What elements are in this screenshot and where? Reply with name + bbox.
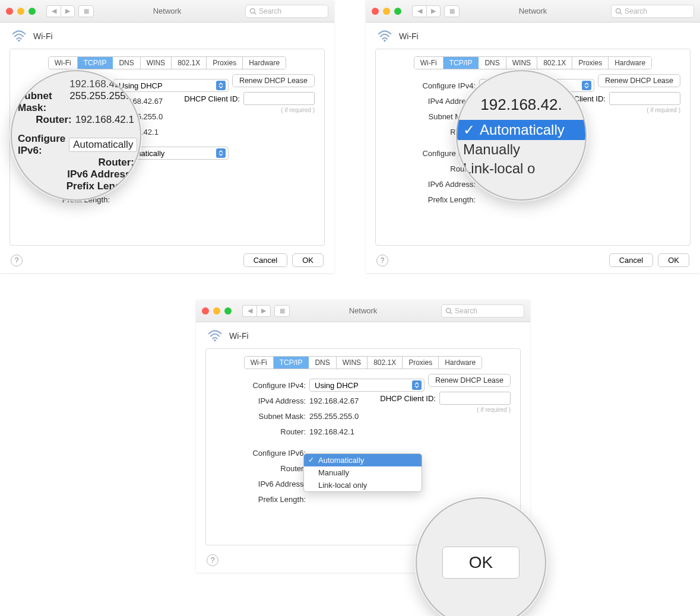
configure-ipv4-label: Configure IPv4: [214,381,309,390]
grid-button[interactable]: ▦ [444,5,460,17]
zoom-icon[interactable] [394,8,401,15]
forward-button[interactable]: ▶ [426,5,441,17]
configure-ipv4-label: Configure IPv4: [384,81,479,90]
tab-wifi[interactable]: Wi-Fi [245,357,274,369]
help-button[interactable]: ? [207,554,218,566]
tab-dns[interactable]: DNS [113,57,140,69]
svg-line-4 [620,12,622,14]
dhcp-client-id-label: DHCP Client ID: [184,94,240,103]
close-icon[interactable] [372,8,379,15]
svg-point-5 [384,40,385,42]
zoom-icon[interactable] [28,8,36,15]
ipv6-router-label: Router: [214,464,309,473]
mag2-ip: 192.168.42. [457,93,585,120]
check-icon: ✓ [308,456,314,464]
tab-wins[interactable]: WINS [141,57,172,69]
mag1-router-value: 192.168.42.1 [75,114,134,126]
mag2-opt-manually[interactable]: Manually [457,140,585,159]
renew-dhcp-button[interactable]: Renew DHCP Lease [598,74,680,87]
check-icon: ✓ [463,122,475,138]
tab-tcpip[interactable]: TCP/IP [274,357,309,369]
close-icon[interactable] [202,307,209,315]
ok-button[interactable]: OK [658,253,689,267]
dropdown-opt-automatically[interactable]: ✓Automatically [304,454,422,466]
tab-proxies[interactable]: Proxies [207,57,243,69]
ipv6-address-label: IPv6 Address: [214,480,309,488]
svg-point-2 [18,40,20,42]
tab-wifi[interactable]: Wi-Fi [414,57,444,69]
back-button[interactable]: ◀ [46,5,61,17]
tab-hardware[interactable]: Hardware [609,57,651,69]
close-icon[interactable] [6,8,13,15]
if-required-hint: ( if required ) [380,407,511,413]
mag1-router-label: Router: [36,114,71,126]
mag1-ipv6-select[interactable]: Automatically [69,138,137,152]
wifi-icon [11,30,27,43]
tab-bar: Wi-Fi TCP/IP DNS WINS 802.1X Proxies Har… [48,56,286,69]
tab-proxies[interactable]: Proxies [572,57,609,69]
tab-8021x[interactable]: 802.1X [537,57,572,69]
tab-dns[interactable]: DNS [309,357,336,369]
screenshot-2: ◀▶ ▦ Network Search Wi-Fi Wi-Fi TCP/IP D… [366,0,700,273]
screenshot-1: ◀ ▶ ▦ Network Search Wi-Fi Wi-Fi TCP/IP … [0,0,334,273]
minimize-icon[interactable] [383,8,390,15]
dhcp-client-id-input[interactable] [609,92,680,105]
back-button[interactable]: ◀ [412,5,426,17]
tab-wins[interactable]: WINS [506,57,537,69]
titlebar: ◀▶ ▦ Network Search [196,300,530,322]
page-title: Wi-Fi [399,31,419,41]
cancel-button[interactable]: Cancel [609,253,653,267]
dropdown-opt-linklocal[interactable]: Link-local only [304,479,422,491]
mag1-ipv6-router-label: Router: [99,157,134,168]
search-icon [445,307,452,315]
traffic-lights [6,8,36,15]
zoom-icon[interactable] [224,307,232,315]
ok-button[interactable]: OK [292,253,324,267]
forward-button[interactable]: ▶ [256,305,271,317]
grid-button[interactable]: ▦ [274,305,290,317]
dropdown-opt-manually[interactable]: Manually [304,466,422,479]
help-button[interactable]: ? [11,255,23,266]
tab-dns[interactable]: DNS [479,57,506,69]
search-field[interactable]: Search [441,304,524,317]
dhcp-client-id-label: DHCP Client ID: [380,394,436,403]
dhcp-client-id-input[interactable] [243,92,315,105]
tab-8021x[interactable]: 802.1X [172,57,207,69]
search-field[interactable]: Search [245,5,328,18]
subnet-mask-value: 255.255.255.0 [309,412,359,421]
cancel-button[interactable]: Cancel [243,253,287,267]
magnifier-1: 192.168.42.67 Subnet Mask:255.255.255.0 … [11,70,141,201]
back-button[interactable]: ◀ [242,305,256,317]
tab-proxies[interactable]: Proxies [403,357,439,369]
tab-wins[interactable]: WINS [337,357,368,369]
mag2-opt-automatically[interactable]: ✓Automatically [457,120,585,140]
magnifier-2: 192.168.42. ✓Automatically Manually Link… [456,70,587,201]
ipv6-address-label: IPv6 Address: [384,180,479,189]
renew-dhcp-button[interactable]: Renew DHCP Lease [428,374,511,387]
mag1-ipv6-addr-label: IPv6 Address: [67,169,134,180]
mag2-opt-linklocal[interactable]: Link-local o [457,159,585,178]
forward-button[interactable]: ▶ [61,5,75,17]
help-button[interactable]: ? [376,255,388,266]
prefix-length-label: Prefix Length: [214,495,309,504]
tab-tcpip[interactable]: TCP/IP [78,57,113,69]
tab-wifi[interactable]: Wi-Fi [49,57,78,69]
chevron-updown-icon [216,148,226,158]
wifi-icon [207,329,223,342]
tab-hardware[interactable]: Hardware [439,357,482,369]
svg-line-1 [254,12,256,14]
tab-8021x[interactable]: 802.1X [368,357,403,369]
page-title: Wi-Fi [229,331,249,341]
subnet-mask-label: Subnet Mask: [214,412,309,421]
ipv4-address-label: IPv4 Address: [214,396,309,405]
grid-button[interactable]: ▦ [78,5,94,17]
dhcp-client-id-input[interactable] [439,392,511,405]
renew-dhcp-button[interactable]: Renew DHCP Lease [232,74,315,87]
tab-tcpip[interactable]: TCP/IP [444,57,479,69]
minimize-icon[interactable] [213,307,220,315]
search-field[interactable]: Search [611,5,694,18]
mag3-ok-button[interactable]: OK [442,547,520,579]
minimize-icon[interactable] [17,8,24,15]
tab-hardware[interactable]: Hardware [243,57,286,69]
configure-ipv6-label: Configure IPv6: [214,449,309,458]
